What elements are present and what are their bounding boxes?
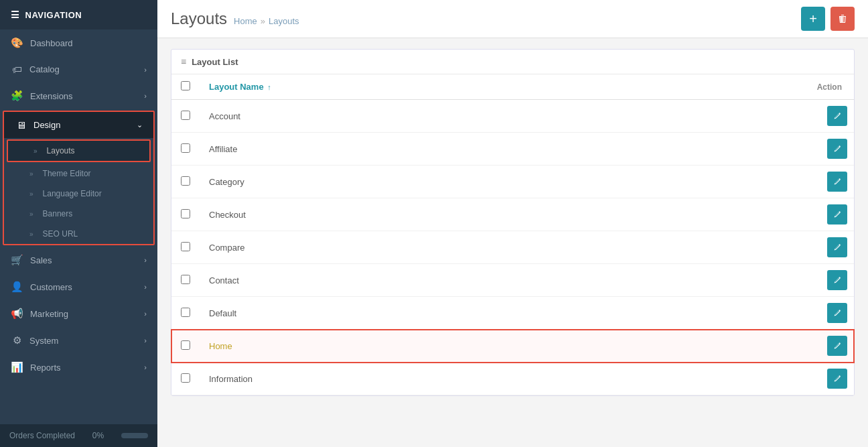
layout-name-cell: Compare bbox=[200, 231, 616, 264]
catalog-icon: 🏷 bbox=[11, 64, 23, 75]
sidebar-item-extensions[interactable]: 🧩 Extensions › bbox=[0, 82, 157, 109]
layout-name-cell: Default bbox=[200, 297, 616, 330]
layout-name: Affiliate bbox=[209, 144, 237, 154]
layout-name-cell: Category bbox=[200, 166, 616, 198]
add-layout-button[interactable]: + bbox=[801, 7, 825, 31]
row-checkbox[interactable] bbox=[181, 373, 190, 383]
table-row: Home bbox=[171, 330, 854, 363]
reports-icon: 📊 bbox=[11, 361, 23, 373]
dashboard-icon: 🎨 bbox=[11, 37, 23, 49]
select-all-checkbox[interactable] bbox=[181, 81, 190, 90]
panel-title: Layout List bbox=[192, 57, 238, 67]
row-checkbox[interactable] bbox=[181, 242, 190, 251]
sidebar-item-sales[interactable]: 🛒 Sales › bbox=[0, 247, 157, 273]
layout-name-cell: Account bbox=[200, 100, 616, 133]
layout-name: Account bbox=[209, 111, 240, 121]
row-checkbox[interactable] bbox=[181, 275, 190, 284]
main-content: Layouts Home » Layouts + ≡ Layout List bbox=[157, 0, 868, 447]
row-checkbox[interactable] bbox=[181, 209, 190, 218]
layout-name: Default bbox=[209, 308, 236, 318]
delete-layout-button[interactable] bbox=[830, 7, 855, 31]
sidebar-subitem-label: Language Editor bbox=[43, 189, 102, 198]
action-cell bbox=[616, 133, 854, 166]
sort-arrow-icon: ↑ bbox=[267, 83, 271, 91]
layout-name-cell: Home bbox=[200, 330, 616, 363]
sidebar-subitem-theme-editor[interactable]: » Theme Editor bbox=[4, 164, 153, 184]
chevron-right-icon: › bbox=[144, 92, 147, 100]
edit-button[interactable] bbox=[827, 139, 847, 159]
action-cell bbox=[616, 100, 854, 133]
layout-name: Contact bbox=[209, 275, 239, 285]
action-cell bbox=[616, 363, 854, 395]
sidebar-item-marketing[interactable]: 📢 Marketing › bbox=[0, 300, 157, 327]
breadcrumb: Home » Layouts bbox=[234, 16, 299, 26]
edit-button[interactable] bbox=[827, 270, 847, 290]
row-checkbox[interactable] bbox=[181, 111, 190, 120]
edit-button[interactable] bbox=[827, 237, 847, 257]
action-cell bbox=[616, 330, 854, 363]
layouts-border: » Layouts bbox=[7, 139, 151, 162]
breadcrumb-home[interactable]: Home bbox=[234, 16, 257, 26]
edit-button[interactable] bbox=[827, 106, 847, 126]
chevron-right-icon: › bbox=[144, 363, 147, 371]
header-action-col: Action bbox=[616, 74, 854, 100]
sub-chevron-icon: » bbox=[29, 170, 33, 178]
edit-button[interactable] bbox=[827, 303, 847, 323]
trash-icon bbox=[837, 13, 848, 24]
sidebar-subitem-seo-url[interactable]: » SEO URL bbox=[4, 224, 153, 244]
header-checkbox-col bbox=[171, 74, 200, 100]
hamburger-icon: ☰ bbox=[11, 9, 20, 20]
header-name-col: Layout Name ↑ bbox=[200, 74, 616, 100]
sidebar-item-design[interactable]: 🖥 Design ⌄ bbox=[4, 112, 153, 138]
layout-name: Checkout bbox=[209, 210, 246, 220]
sidebar-item-label: System bbox=[29, 336, 137, 346]
topbar: Layouts Home » Layouts + bbox=[157, 0, 868, 38]
sidebar-item-system[interactable]: ⚙ System › bbox=[0, 327, 157, 354]
row-checkbox[interactable] bbox=[181, 176, 190, 186]
action-cell bbox=[616, 264, 854, 297]
table-row: Information bbox=[171, 363, 854, 395]
row-checkbox[interactable] bbox=[181, 308, 190, 317]
page-title: Layouts bbox=[171, 9, 227, 28]
edit-button[interactable] bbox=[827, 204, 847, 225]
system-icon: ⚙ bbox=[11, 334, 23, 346]
edit-button[interactable] bbox=[827, 369, 847, 389]
orders-completed-value: 0% bbox=[92, 431, 104, 440]
sidebar-subitem-layouts[interactable]: » Layouts bbox=[8, 141, 149, 161]
layout-panel: ≡ Layout List Layout Name ↑ Acti bbox=[171, 49, 855, 396]
sales-icon: 🛒 bbox=[11, 254, 23, 266]
sidebar-nav: 🎨 Dashboard 🏷 Catalog › 🧩 Extensions › 🖥… bbox=[0, 29, 157, 424]
sidebar-item-reports[interactable]: 📊 Reports › bbox=[0, 354, 157, 381]
panel-header: ≡ Layout List bbox=[171, 50, 854, 74]
sidebar-subitem-label: SEO URL bbox=[43, 229, 78, 239]
sidebar-item-catalog[interactable]: 🏷 Catalog › bbox=[0, 56, 157, 82]
sidebar-subitem-language-editor[interactable]: » Language Editor bbox=[4, 184, 153, 204]
sidebar-item-label: Extensions bbox=[30, 91, 137, 101]
sidebar-item-customers[interactable]: 👤 Customers › bbox=[0, 273, 157, 300]
sidebar-item-dashboard[interactable]: 🎨 Dashboard bbox=[0, 29, 157, 56]
sidebar-subitem-label: Banners bbox=[43, 209, 73, 218]
row-checkbox[interactable] bbox=[181, 340, 190, 350]
edit-button[interactable] bbox=[827, 172, 847, 192]
table-row: Checkout bbox=[171, 198, 854, 231]
sidebar-item-label: Customers bbox=[30, 282, 137, 292]
table-row: Compare bbox=[171, 231, 854, 264]
sidebar: ☰ NAVIGATION 🎨 Dashboard 🏷 Catalog › 🧩 E… bbox=[0, 0, 157, 447]
list-icon: ≡ bbox=[181, 56, 186, 67]
breadcrumb-separator: » bbox=[261, 16, 265, 26]
sidebar-item-label: Marketing bbox=[30, 309, 137, 319]
table-body: AccountAffiliateCategoryCheckoutCompareC… bbox=[171, 100, 854, 395]
layout-name-cell: Checkout bbox=[200, 198, 616, 231]
action-cell bbox=[616, 166, 854, 198]
chevron-right-icon: › bbox=[144, 336, 147, 344]
sidebar-subitem-banners[interactable]: » Banners bbox=[4, 204, 153, 224]
chevron-right-icon: › bbox=[144, 256, 147, 264]
layout-name-cell: Contact bbox=[200, 264, 616, 297]
marketing-icon: 📢 bbox=[11, 308, 23, 320]
action-cell bbox=[616, 231, 854, 264]
edit-button[interactable] bbox=[827, 336, 847, 356]
row-checkbox[interactable] bbox=[181, 143, 190, 153]
sort-name-link[interactable]: Layout Name ↑ bbox=[209, 82, 271, 92]
topbar-left: Layouts Home » Layouts bbox=[171, 9, 299, 28]
sidebar-item-label: Dashboard bbox=[30, 38, 147, 48]
